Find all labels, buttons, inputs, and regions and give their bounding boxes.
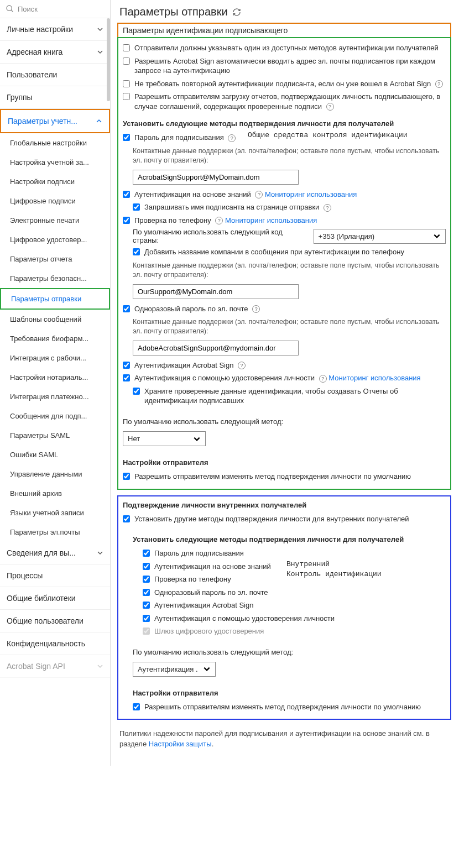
chevron-down-icon	[193, 435, 201, 443]
help-icon[interactable]: ?	[255, 191, 263, 198]
default-method-select[interactable]: Нет	[123, 431, 206, 446]
chk-allow-id-report[interactable]	[123, 93, 130, 100]
nav-sub-account-setup[interactable]: Настройка учетной за...	[0, 153, 110, 172]
help-icon[interactable]: ?	[228, 134, 236, 142]
nav-shared-users[interactable]: Общие пользователи	[0, 610, 110, 632]
chk-label: Не требовать повторной аутентификации по…	[134, 79, 446, 89]
nav-label: Личные настройки	[7, 25, 73, 34]
nav-groups[interactable]: Группы	[0, 86, 110, 109]
chk-require-auth-method[interactable]	[123, 44, 130, 51]
chevron-down-icon	[97, 26, 103, 33]
chk-int-acrobat-auth[interactable]	[143, 602, 150, 609]
nav-personal-settings[interactable]: Личные настройки	[0, 18, 110, 41]
nav-sub-biopharm[interactable]: Требования биофарм...	[0, 329, 110, 348]
chk-int-email-otp[interactable]	[143, 589, 150, 596]
int-default-method-select[interactable]: Аутентификация .	[133, 662, 216, 677]
nav-account-params[interactable]: Параметры учетн...	[0, 109, 110, 133]
chk-sign-password[interactable]	[123, 134, 130, 141]
nav-sub-payment-int[interactable]: Интеграция платежно...	[0, 387, 110, 406]
help-icon[interactable]: ?	[319, 375, 327, 383]
chk-request-signer-name[interactable]	[133, 203, 140, 211]
scrollbar[interactable]	[107, 18, 110, 101]
chk-internal-set-other[interactable]	[123, 515, 130, 522]
chk-gov-id-auth[interactable]	[123, 374, 130, 381]
page-title: Параметры отправки	[119, 6, 228, 18]
nav-insights[interactable]: Сведения для вы...	[0, 542, 110, 564]
nav-sub-digital-signatures[interactable]: Цифровые подписи	[0, 191, 110, 211]
search-input-row[interactable]: Поиск	[0, 0, 110, 18]
nav-sub-signer-msgs[interactable]: Сообщения для подп...	[0, 406, 110, 426]
nav-label: Общие пользователи	[7, 616, 84, 625]
nav-label: Управление данными	[10, 470, 82, 478]
chk-allow-sender-change[interactable]	[123, 473, 130, 480]
nav-sub-security-params[interactable]: Параметры безопасн...	[0, 269, 110, 288]
main-content: Параметры отправки Параметры идентификац…	[111, 0, 459, 766]
nav-processes[interactable]: Процессы	[0, 564, 110, 587]
chk-label: Разрешить отправителям изменять метод по…	[134, 472, 446, 482]
chk-int-kba[interactable]	[143, 563, 150, 570]
chk-int-allow-sender-change[interactable]	[133, 703, 140, 710]
support-contact-input-1[interactable]	[133, 170, 299, 185]
nav-sub-saml-errors[interactable]: Ошибки SAML	[0, 445, 110, 464]
nav-label: Процессы	[7, 571, 43, 580]
chk-label: Проверка по телефону ? Мониторинг исполь…	[134, 216, 446, 226]
nav-sub-msg-templates[interactable]: Шаблоны сообщений	[0, 310, 110, 329]
nav-sub-account-langs[interactable]: Языки учетной записи	[0, 503, 110, 522]
country-code-select[interactable]: +353 (Ирландия)	[314, 229, 446, 244]
overlay-general-controls: Общие средства контроля идентификации	[244, 130, 411, 140]
nav-label: Настройки нотариаль...	[10, 373, 88, 381]
security-settings-link[interactable]: Настройки защиты	[149, 740, 212, 748]
nav-sub-digital-id[interactable]: Цифровое удостовер...	[0, 230, 110, 249]
nav-sub-global[interactable]: Глобальные настройки	[0, 133, 110, 153]
nav-sub-notary[interactable]: Настройки нотариаль...	[0, 368, 110, 387]
sidebar: Поиск Личные настройки Адресная книга По…	[0, 0, 111, 766]
usage-monitoring-link[interactable]: Мониторинг использования	[328, 374, 420, 382]
chk-int-phone[interactable]	[143, 576, 150, 583]
support-contact-input-3[interactable]	[133, 341, 299, 355]
chk-add-company-phone[interactable]	[133, 248, 140, 255]
nav-shared-libs[interactable]: Общие библиотеки	[0, 587, 110, 610]
nav-label: Пользователи	[7, 70, 57, 79]
nav-sub-email-params[interactable]: Параметры эл.почты	[0, 522, 110, 542]
nav-sub-send-params[interactable]: Параметры отправки	[0, 288, 110, 310]
chk-label: Разрешить отправителям загрузку отчетов,…	[134, 92, 446, 111]
nav-users[interactable]: Пользователи	[0, 64, 110, 86]
usage-monitoring-link[interactable]: Мониторинг использования	[265, 190, 357, 198]
nav-sub-workflow-int[interactable]: Интеграция с рабочи...	[0, 348, 110, 368]
chk-int-gov-id[interactable]	[143, 615, 150, 622]
help-icon[interactable]: ?	[326, 103, 334, 111]
chk-label: Пароль для подписывания	[154, 548, 446, 558]
nav-acrobat-api[interactable]: Acrobat Sign API	[0, 655, 110, 678]
chk-acrobat-auth[interactable]	[123, 362, 130, 369]
chk-phone-verify[interactable]	[123, 217, 130, 224]
nav-sub-report-params[interactable]: Параметры отчета	[0, 249, 110, 269]
nav-sub-eseals[interactable]: Электронные печати	[0, 211, 110, 230]
nav-address-book[interactable]: Адресная книга	[0, 41, 110, 64]
nav-label: Цифровые подписи	[10, 197, 76, 205]
chk-email-otp[interactable]	[123, 305, 130, 312]
int-default-method-label: По умолчанию использовать следующий мето…	[123, 648, 446, 656]
nav-sub-data-mgmt[interactable]: Управление данными	[0, 464, 110, 484]
help-icon[interactable]: ?	[215, 217, 223, 224]
chk-kba[interactable]	[123, 191, 130, 198]
chk-store-id-data[interactable]	[133, 388, 140, 395]
support-contact-note: Контактные данные поддержки (эл. почта/т…	[133, 317, 446, 336]
chevron-down-icon	[433, 232, 441, 240]
refresh-icon[interactable]	[232, 8, 241, 17]
support-contact-input-2[interactable]	[133, 284, 299, 299]
nav-sub-signature-settings[interactable]: Настройки подписи	[0, 172, 110, 191]
nav-privacy[interactable]: Конфиденциальность	[0, 632, 110, 655]
chk-no-reauth[interactable]	[123, 80, 130, 87]
chk-int-sign-password[interactable]	[143, 550, 150, 557]
usage-monitoring-link[interactable]: Мониторинг использования	[225, 216, 317, 224]
help-icon[interactable]: ?	[435, 80, 443, 88]
help-icon[interactable]: ?	[238, 362, 246, 369]
nav-sub-saml-params[interactable]: Параметры SAML	[0, 426, 110, 445]
chk-auto-email[interactable]	[123, 57, 130, 65]
nav-sub-ext-archive[interactable]: Внешний архив	[0, 484, 110, 503]
help-icon[interactable]: ?	[324, 204, 331, 212]
select-value: Аутентификация .	[138, 665, 198, 673]
help-icon[interactable]: ?	[252, 305, 260, 313]
chk-label: Разрешить Acrobat Sign автоматически вво…	[134, 56, 446, 76]
chk-label: Аутентификация на основе знаний ? Монито…	[134, 190, 446, 200]
